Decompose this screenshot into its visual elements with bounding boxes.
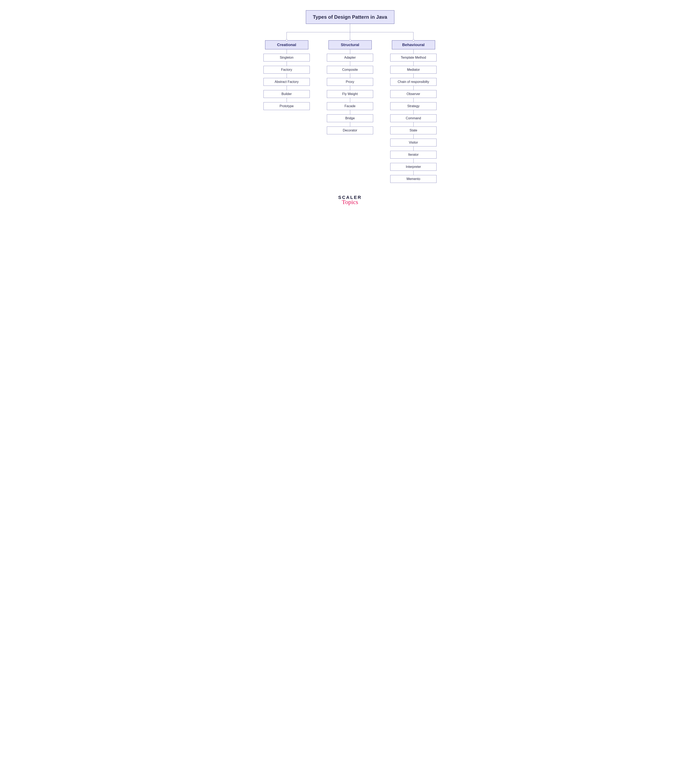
pattern-item: Strategy (390, 102, 436, 110)
pattern-item: State (390, 126, 436, 134)
pattern-item: Adapter (327, 54, 373, 62)
pattern-item: Visitor (390, 139, 436, 146)
pattern-item: Fly Weight (327, 90, 373, 98)
column-creational: Creational Singleton Factory Abstract Fa… (257, 32, 316, 183)
connector-circle-icon (413, 39, 415, 41)
connector-circle-icon (349, 39, 351, 41)
scaler-topics-logo: SCALER Topics (257, 195, 443, 205)
connector-circle-icon (286, 39, 288, 41)
pattern-item: Decorator (327, 126, 373, 134)
category-label-behavioural: Behavioural (392, 40, 435, 49)
diagram-title: Types of Design Pattern in Java (306, 10, 394, 24)
pattern-item: Abstract Factory (264, 78, 310, 86)
pattern-item: Observer (390, 90, 436, 98)
items-structural: Adapter Composite Proxy Fly Weight Facad… (325, 49, 375, 134)
pattern-item: Singleton (264, 54, 310, 62)
items-creational: Singleton Factory Abstract Factory Build… (262, 49, 311, 110)
category-label-structural: Structural (328, 40, 372, 49)
pattern-item: Mediator (390, 66, 436, 74)
items-behavioural: Template Method Mediator Chain of respon… (389, 49, 438, 183)
column-behavioural: Behavioural Template Method Mediator Cha… (384, 32, 443, 183)
pattern-item: Builder (264, 90, 310, 98)
column-structural: Structural Adapter Composite Proxy Fly W… (321, 32, 379, 183)
pattern-item: Composite (327, 66, 373, 74)
pattern-item: Chain of responsibilty (390, 78, 436, 86)
pattern-item: Bridge (327, 114, 373, 122)
title-connector (350, 24, 350, 32)
pattern-item: Prototype (264, 102, 310, 110)
design-pattern-diagram: Types of Design Pattern in Java Creation… (257, 10, 443, 205)
category-connector (350, 32, 350, 40)
category-columns: Creational Singleton Factory Abstract Fa… (257, 32, 443, 183)
pattern-item: Command (390, 114, 436, 122)
pattern-item: Memento (390, 175, 436, 183)
pattern-item: Proxy (327, 78, 373, 86)
pattern-item: Interpreter (390, 163, 436, 171)
category-label-creational: Creational (265, 40, 308, 49)
pattern-item: Template Method (390, 54, 436, 62)
logo-line2: Topics (257, 199, 443, 205)
pattern-item: Facade (327, 102, 373, 110)
pattern-item: Factory (264, 66, 310, 74)
pattern-item: Iterator (390, 151, 436, 159)
